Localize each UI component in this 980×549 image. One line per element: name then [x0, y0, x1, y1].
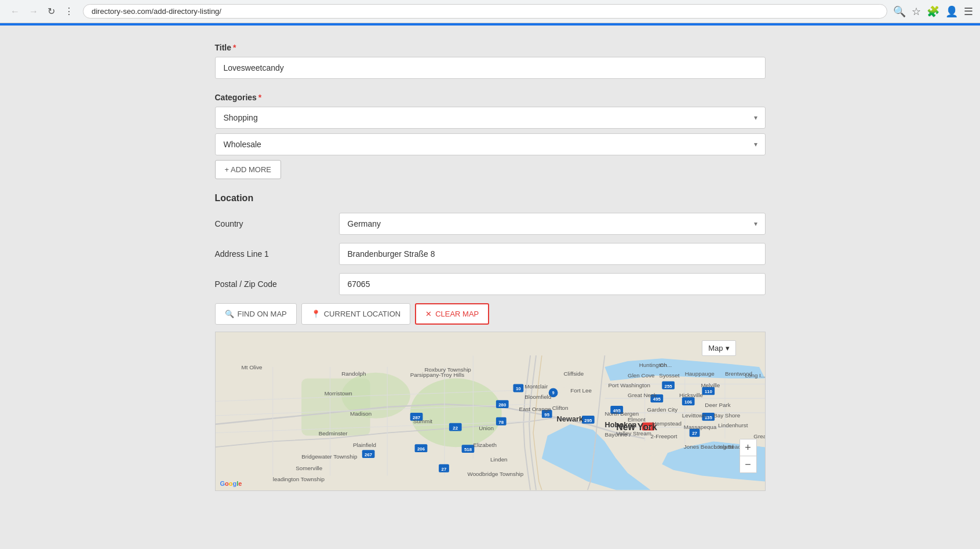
svg-text:295: 295 — [584, 418, 592, 423]
svg-text:Randolph: Randolph — [341, 370, 366, 377]
url-text: directory-seo.com/add-directory-listing/ — [92, 7, 221, 16]
title-required-star: * — [233, 43, 236, 52]
svg-text:Mt Olive: Mt Olive — [241, 364, 263, 370]
svg-text:Cliffside: Cliffside — [563, 370, 584, 377]
svg-text:Hauppauge: Hauppauge — [684, 370, 715, 377]
svg-text:Glen Cove: Glen Cove — [628, 372, 655, 379]
country-row: Country Germany United States France Uni… — [215, 213, 766, 235]
address-input[interactable] — [339, 243, 766, 265]
add-more-button[interactable]: + ADD MORE — [215, 160, 282, 179]
category2-select[interactable]: Shopping Wholesale Food Services — [215, 133, 766, 155]
svg-text:206: 206 — [417, 446, 425, 452]
browser-chrome: ← → ↻ ⋮ directory-seo.com/add-directory-… — [0, 0, 980, 23]
extensions-icon[interactable]: 🧩 — [927, 5, 939, 18]
svg-text:Clifton: Clifton — [552, 405, 568, 411]
clear-map-label: CLEAR MAP — [435, 310, 479, 318]
svg-text:Melville: Melville — [701, 382, 720, 388]
back-button[interactable]: ← — [7, 5, 23, 18]
svg-text:East Orange: East Orange — [519, 406, 551, 412]
svg-text:Montclair: Montclair — [524, 383, 548, 390]
svg-text:106: 106 — [684, 399, 693, 405]
svg-text:Ch...: Ch... — [660, 362, 672, 368]
svg-text:Syosset: Syosset — [659, 372, 679, 379]
svg-point-5 — [410, 379, 501, 448]
svg-text:Garden City: Garden City — [647, 406, 677, 413]
menu-icon[interactable]: ☰ — [964, 5, 973, 18]
map-type-button[interactable]: Map ▾ — [702, 340, 735, 356]
categories-required-star: * — [258, 93, 261, 102]
category2-wrapper: Shopping Wholesale Food Services ▾ — [215, 133, 766, 155]
svg-text:Roxbury Township: Roxbury Township — [424, 366, 471, 373]
map-buttons: 🔍 FIND ON MAP 📍 CURRENT LOCATION ✕ CLEAR… — [215, 303, 766, 325]
title-label: Title * — [215, 43, 766, 52]
country-select[interactable]: Germany United States France United King… — [339, 213, 766, 235]
current-location-button[interactable]: 📍 CURRENT LOCATION — [301, 303, 410, 325]
find-on-map-button[interactable]: 🔍 FIND ON MAP — [215, 303, 297, 325]
postal-input[interactable] — [339, 273, 766, 295]
zoom-out-icon: − — [745, 459, 751, 471]
svg-text:Plainfield: Plainfield — [353, 442, 376, 448]
svg-text:Summit: Summit — [413, 418, 432, 424]
svg-text:Elizabeth: Elizabeth — [473, 442, 497, 448]
forward-button[interactable]: → — [25, 5, 42, 18]
map-type-label: Map — [708, 344, 723, 352]
svg-rect-7 — [301, 379, 370, 436]
svg-text:280: 280 — [498, 402, 507, 408]
svg-text:leadington Township: leadington Township — [272, 476, 325, 482]
form-container: Title * Categories * Shopping Food Servi… — [203, 43, 777, 505]
bookmark-icon[interactable]: ☆ — [912, 5, 921, 18]
svg-text:Somerville: Somerville — [296, 465, 323, 471]
svg-text:27: 27 — [692, 431, 697, 436]
svg-text:22: 22 — [453, 426, 458, 431]
map-svg: 78 95 9 287 280 22 — [216, 332, 765, 490]
svg-text:267: 267 — [365, 452, 373, 457]
country-wrapper: Germany United States France United King… — [339, 213, 766, 235]
search-icon: 🔍 — [225, 310, 234, 318]
zoom-in-icon: + — [745, 442, 751, 454]
svg-text:Great Neck: Great Neck — [628, 392, 657, 398]
zoom-out-button[interactable]: − — [740, 456, 756, 472]
svg-text:Linden: Linden — [490, 456, 508, 463]
postal-row: Postal / Zip Code — [215, 273, 766, 295]
clear-map-button[interactable]: ✕ CLEAR MAP — [415, 303, 489, 325]
location-section: Location Country Germany United States F… — [215, 193, 766, 491]
location-section-title: Location — [215, 193, 766, 203]
postal-label: Postal / Zip Code — [215, 279, 331, 289]
svg-text:Valley Stream: Valley Stream — [616, 430, 651, 437]
location-pin-icon: 📍 — [311, 310, 320, 318]
svg-text:Hicksville: Hicksville — [679, 392, 703, 398]
title-field-group: Title * — [215, 43, 766, 79]
close-icon: ✕ — [425, 310, 432, 318]
zoom-in-button[interactable]: + — [740, 439, 756, 456]
search-icon[interactable]: 🔍 — [893, 5, 906, 18]
svg-text:2-Freeport: 2-Freeport — [650, 433, 677, 439]
svg-text:Fort Lee: Fort Lee — [570, 387, 592, 394]
svg-text:78: 78 — [498, 420, 504, 425]
svg-text:Woodbridge Township: Woodbridge Township — [467, 471, 523, 477]
map-container[interactable]: 78 95 9 287 280 22 — [215, 332, 766, 491]
options-button[interactable]: ⋮ — [61, 5, 77, 18]
svg-text:255: 255 — [664, 384, 672, 389]
address-label: Address Line 1 — [215, 249, 331, 259]
categories-field-group: Categories * Shopping Food Services Whol… — [215, 93, 766, 179]
svg-text:Massapequa: Massapequa — [683, 424, 716, 430]
reload-button[interactable]: ↻ — [44, 5, 59, 18]
svg-text:518: 518 — [464, 447, 472, 452]
svg-text:10: 10 — [515, 386, 520, 391]
address-row: Address Line 1 — [215, 243, 766, 265]
account-icon[interactable]: 👤 — [945, 5, 958, 18]
nav-buttons: ← → ↻ ⋮ — [7, 5, 77, 18]
svg-text:Long I...: Long I... — [745, 372, 765, 379]
category1-wrapper: Shopping Food Services Wholesale ▾ — [215, 107, 766, 129]
svg-text:95: 95 — [544, 412, 549, 417]
address-bar[interactable]: directory-seo.com/add-directory-listing/ — [83, 4, 887, 19]
title-input[interactable] — [215, 57, 766, 79]
country-label: Country — [215, 219, 331, 228]
svg-text:Levittown: Levittown — [682, 412, 706, 419]
category1-select[interactable]: Shopping Food Services Wholesale — [215, 107, 766, 129]
page-content: Title * Categories * Shopping Food Servi… — [0, 26, 980, 522]
add-more-label: + ADD MORE — [225, 165, 272, 174]
svg-text:Bridgewater Township: Bridgewater Township — [301, 453, 358, 460]
svg-text:Lindenhurst: Lindenhurst — [718, 422, 748, 428]
current-location-label: CURRENT LOCATION — [324, 310, 400, 318]
